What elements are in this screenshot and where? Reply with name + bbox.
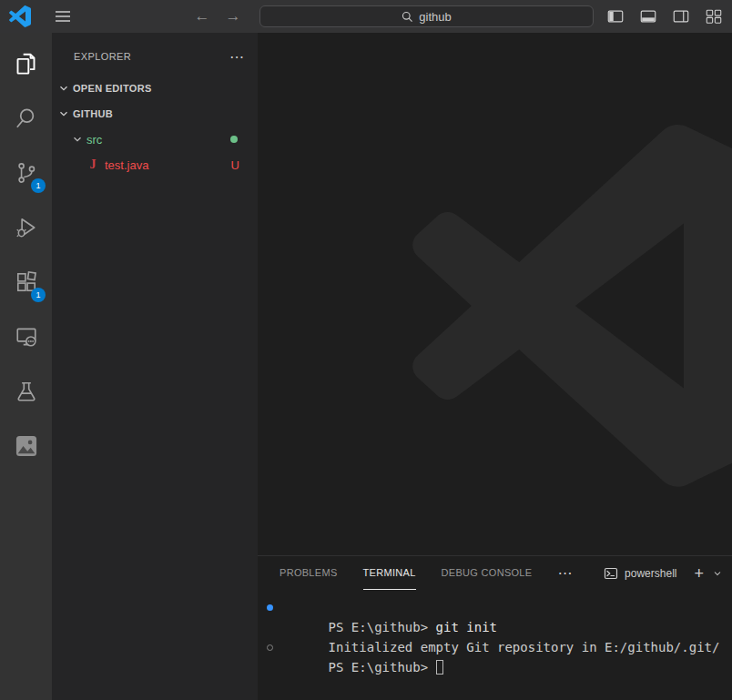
command-center-search[interactable]: github [259, 5, 594, 27]
section-open-editors[interactable]: OPEN EDITORS [52, 76, 258, 101]
search-icon [15, 107, 38, 130]
folder-label: src [86, 133, 102, 147]
menu-hamburger-icon[interactable] [51, 6, 75, 26]
tab-label: TERMINAL [363, 567, 416, 578]
chevron-down-icon [70, 132, 85, 147]
sidebar-title: EXPLORER [74, 51, 131, 62]
command-center-text: github [419, 10, 451, 24]
explorer-sidebar: EXPLORER ⋯ OPEN EDITORS GITHUB src J tes… [52, 33, 258, 700]
terminal-line: Initialized empty Git repository in E:/g… [258, 617, 732, 637]
new-terminal-button[interactable]: + [694, 565, 704, 582]
panel-more-tabs-icon[interactable]: ⋯ [557, 564, 573, 582]
activity-search-button[interactable] [0, 91, 52, 146]
tab-terminal[interactable]: TERMINAL [363, 556, 416, 590]
activity-testing-button[interactable] [0, 364, 52, 419]
terminal-cursor [436, 660, 443, 675]
search-icon [402, 11, 413, 23]
chevron-down-icon [56, 81, 71, 96]
activity-run-debug-button[interactable] [0, 200, 52, 255]
toggle-panel-icon[interactable] [637, 5, 659, 27]
beaker-icon [15, 380, 38, 403]
java-file-icon: J [86, 157, 99, 172]
chevron-down-icon [56, 107, 71, 121]
command-decoration-icon [267, 604, 273, 611]
files-icon [14, 52, 38, 76]
tree-item-test-java[interactable]: J test.java U [52, 152, 258, 178]
extensions-badge: 1 [31, 288, 46, 302]
source-control-badge: 1 [31, 178, 46, 193]
terminal-line: PS E:\github> [258, 637, 732, 657]
activity-source-control-button[interactable]: 1 [0, 146, 52, 200]
section-github[interactable]: GITHUB [52, 101, 258, 127]
command-pending-decoration-icon [267, 644, 273, 651]
vscode-watermark-icon [411, 124, 732, 488]
terminal-powershell-icon [604, 566, 618, 581]
terminal-content[interactable]: PS E:\github> git init Initialized empty… [258, 590, 732, 657]
panel-tab-bar: PROBLEMS TERMINAL DEBUG CONSOLE ⋯ powers… [258, 556, 732, 590]
activity-bar: 1 1 [0, 33, 52, 700]
tree-item-src-folder[interactable]: src [52, 127, 258, 152]
terminal-dropdown-chevron-icon[interactable] [712, 568, 723, 579]
activity-extensions-button[interactable]: 1 [0, 255, 52, 309]
file-label: test.java [105, 158, 148, 172]
go-back-icon[interactable]: ← [193, 7, 211, 25]
terminal-line: PS E:\github> git init [258, 597, 732, 617]
image-icon [14, 433, 39, 459]
vscode-logo-icon [9, 5, 31, 27]
git-changes-dot-icon [230, 136, 238, 143]
terminal-shell-label[interactable]: powershell [625, 567, 676, 580]
titlebar: ← → github [0, 0, 732, 33]
tab-problems[interactable]: PROBLEMS [280, 556, 338, 590]
activity-remote-explorer-button[interactable] [0, 309, 52, 364]
git-untracked-badge: U [231, 158, 239, 172]
terminal-prompt: PS E:\github> [329, 660, 436, 675]
editor-area [258, 33, 732, 555]
bottom-panel: PROBLEMS TERMINAL DEBUG CONSOLE ⋯ powers… [258, 555, 732, 700]
remote-explorer-icon [15, 325, 38, 349]
toggle-primary-sidebar-icon[interactable] [605, 5, 626, 27]
tab-label: PROBLEMS [280, 567, 338, 578]
customize-layout-icon[interactable] [703, 5, 725, 27]
activity-image-extension-button[interactable] [0, 419, 52, 473]
section-label: GITHUB [73, 108, 113, 119]
section-label: OPEN EDITORS [73, 83, 152, 94]
activity-explorer-button[interactable] [0, 36, 52, 91]
tab-label: DEBUG CONSOLE [442, 567, 533, 578]
sidebar-more-actions-icon[interactable]: ⋯ [229, 48, 245, 66]
run-and-debug-icon [15, 216, 38, 239]
toggle-secondary-sidebar-icon[interactable] [670, 5, 692, 27]
go-forward-icon[interactable]: → [224, 7, 242, 25]
tab-debug-console[interactable]: DEBUG CONSOLE [442, 556, 533, 590]
